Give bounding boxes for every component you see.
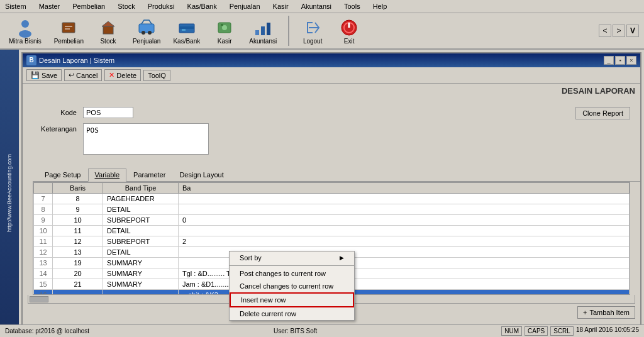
insert-new-row-label: Insert new row (241, 296, 286, 304)
form-content: Kode Keterangan POS Clone Report (23, 101, 640, 166)
cell-band-tipe (103, 290, 179, 296)
menu-stock[interactable]: Stock (115, 1, 138, 11)
toolbar-exit[interactable]: Exit (333, 16, 365, 46)
context-post-changes[interactable]: Post changes to current row (230, 267, 354, 280)
cell-band-tipe: SUMMARY (103, 279, 179, 290)
nav-v[interactable]: V (626, 25, 639, 37)
user-status: User: BITS Soft (274, 328, 317, 334)
table-row[interactable]: 9 10 SUBREPORT 0 (34, 215, 630, 226)
cell-row-num: 15 (34, 279, 53, 290)
toolbar-pembelian[interactable]: Pembelian (50, 16, 87, 46)
mdi-minimize[interactable]: _ (604, 56, 614, 65)
cell-baris: 19 (53, 258, 103, 268)
scrl-badge: SCRL (550, 326, 574, 336)
context-insert-new-row[interactable]: Insert new row (230, 292, 354, 307)
cell-baris: 20 (53, 268, 103, 279)
tab-variable[interactable]: Variable (88, 168, 127, 182)
context-delete-current-row[interactable]: Delete current row (230, 307, 354, 320)
save-label: Save (42, 72, 57, 79)
menu-bar: Sistem Master Pembelian Stock Produksi K… (0, 0, 644, 13)
tab-design-layout[interactable]: Design Layout (172, 168, 230, 181)
menu-sistem[interactable]: Sistem (3, 1, 29, 11)
toolbar-kasir[interactable]: Kasir (209, 16, 240, 46)
kasbank-label: Kas/Bank (173, 38, 200, 45)
delete-button[interactable]: ✕ Delete (104, 69, 141, 81)
sidebar-text: http://www.BeeAccounting.com (6, 154, 13, 232)
menu-tools[interactable]: Tools (341, 1, 363, 11)
logout-icon (303, 18, 323, 38)
table-row[interactable]: 11 12 SUBREPORT 2 (34, 236, 630, 247)
penjualan-icon (136, 18, 157, 38)
cell-band-tipe: SUBREPORT (103, 236, 179, 247)
svg-rect-12 (182, 29, 186, 31)
nav-forward[interactable]: > (613, 25, 625, 37)
svg-rect-7 (139, 24, 154, 33)
clone-report-button[interactable]: Clone Report (575, 107, 630, 119)
toolbar-kasbank[interactable]: Kas/Bank (169, 16, 204, 46)
toolbar-penjualan[interactable]: Penjualan (129, 16, 164, 46)
cell-baris: 8 (53, 194, 103, 204)
cell-row-num: 14 (34, 268, 53, 279)
svg-rect-2 (62, 23, 75, 33)
keterangan-row: Keterangan POS (33, 123, 209, 155)
menu-kasir[interactable]: Kasir (270, 1, 291, 11)
toolq-button[interactable]: ToolQ (143, 70, 170, 81)
svg-rect-17 (261, 26, 265, 35)
cancel-button[interactable]: ↩ Cancel (64, 69, 102, 81)
nav-arrows: < > V (599, 25, 639, 37)
keterangan-label: Keterangan (33, 123, 83, 133)
menu-produksi[interactable]: Produksi (145, 1, 177, 11)
table-row[interactable]: 8 9 DETAIL (34, 204, 630, 215)
menu-help[interactable]: Help (370, 1, 390, 11)
table-row[interactable]: 10 11 DETAIL (34, 226, 630, 236)
mdi-restore[interactable]: ▪ (615, 56, 625, 65)
menu-pembelian[interactable]: Pembelian (70, 1, 108, 11)
scroll-thumb[interactable] (30, 296, 48, 302)
kode-input[interactable] (83, 107, 133, 118)
delete-label: Delete (116, 72, 136, 79)
cancel-changes-label: Cancel changes to current row (240, 282, 333, 290)
context-menu: Sort by ▶ Post changes to current row Ca… (229, 251, 355, 321)
tab-page-setup[interactable]: Page Setup (38, 168, 88, 181)
form-top-row: Kode Keterangan POS Clone Report (33, 107, 630, 160)
toolbar-mitra-bisnis[interactable]: Mitra Bisnis (5, 16, 45, 46)
toolbar-akuntansi[interactable]: Akuntansi (245, 16, 280, 46)
plus-icon: + (583, 309, 587, 316)
keterangan-input[interactable]: POS (83, 123, 209, 155)
context-cancel-changes[interactable]: Cancel changes to current row (230, 280, 354, 292)
cell-band-tipe: DETAIL (103, 226, 179, 236)
cell-baris: 10 (53, 215, 103, 226)
menu-master[interactable]: Master (36, 1, 63, 11)
stock-icon (98, 18, 118, 38)
table-row[interactable]: 7 8 PAGEHEADER (34, 194, 630, 204)
tab-parameter[interactable]: Parameter (126, 168, 172, 181)
cell-row-num: 10 (34, 226, 53, 236)
cell-band-tipe: DETAIL (103, 247, 179, 258)
tabs: Page Setup Variable Parameter Design Lay… (33, 168, 640, 182)
title-area: B Desain Laporan | Sistem (26, 55, 114, 65)
cell-band-tipe: SUMMARY (103, 258, 179, 268)
toolbar-logout[interactable]: Logout (297, 16, 328, 46)
menu-penjualan[interactable]: Penjualan (227, 1, 263, 11)
nav-back[interactable]: < (599, 25, 611, 37)
toolbar-stock[interactable]: Stock (92, 16, 124, 46)
toolbar-separator (288, 16, 289, 46)
form-right: Clone Report (575, 107, 630, 119)
context-sort-by[interactable]: Sort by ▶ (230, 251, 354, 264)
main-toolbar: Mitra Bisnis Pembelian Stock Penjualan K… (0, 13, 644, 50)
mdi-close[interactable]: × (626, 56, 636, 65)
menu-kasbank[interactable]: Kas/Bank (185, 1, 219, 11)
save-button[interactable]: 💾 Save (26, 69, 62, 81)
svg-rect-11 (179, 26, 194, 29)
akuntansi-icon (253, 18, 273, 38)
mdi-window: B Desain Laporan | Sistem _ ▪ × 💾 Save ↩… (19, 50, 644, 336)
col-row-num (34, 183, 53, 194)
cell-row-num: 11 (34, 236, 53, 247)
cell-ba: 0 (179, 215, 630, 226)
cell-band-tipe: SUMMARY (103, 268, 179, 279)
kasir-label: Kasir (218, 38, 232, 45)
svg-rect-15 (221, 24, 223, 26)
tambah-item-button[interactable]: + Tambah Item (577, 306, 635, 319)
mdi-controls: _ ▪ × (604, 56, 636, 65)
menu-akuntansi[interactable]: Akuntansi (299, 1, 334, 11)
